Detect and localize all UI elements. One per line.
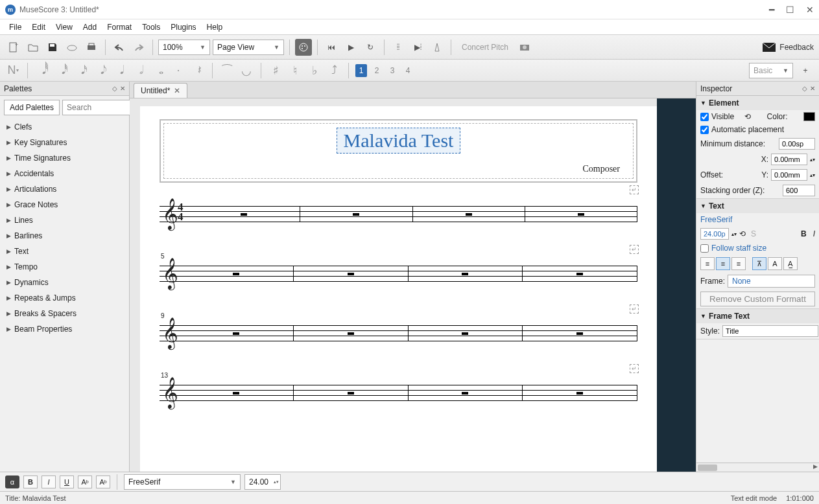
- camera-icon[interactable]: [516, 39, 533, 56]
- cloud-icon[interactable]: [64, 39, 80, 56]
- menu-add[interactable]: Add: [78, 21, 102, 34]
- menu-file[interactable]: File: [4, 21, 27, 34]
- flat-icon[interactable]: ♭: [307, 63, 322, 78]
- reset-icon[interactable]: ⟲: [744, 112, 751, 121]
- stacking-order-input[interactable]: [783, 185, 815, 196]
- palette-grace-notes[interactable]: ▶Grace Notes: [0, 197, 129, 212]
- note-16th-icon[interactable]: 𝅘𝅥𝅯: [73, 63, 89, 78]
- close-button[interactable]: ✕: [806, 5, 814, 15]
- note-quarter-icon[interactable]: 𝅘𝅥: [112, 63, 128, 78]
- palette-barlines[interactable]: ▶Barlines: [0, 228, 129, 244]
- inspector-close-icon[interactable]: ✕: [810, 85, 815, 92]
- workspace-add-icon[interactable]: +: [797, 62, 814, 79]
- play-icon[interactable]: ▶: [342, 39, 359, 56]
- min-distance-input[interactable]: [779, 138, 815, 150]
- score-composer[interactable]: Composer: [177, 164, 620, 174]
- voice-1[interactable]: 1: [355, 64, 367, 77]
- menu-help[interactable]: Help: [202, 21, 228, 34]
- bold-button-bottom[interactable]: B: [23, 475, 38, 488]
- note-64th-icon[interactable]: 𝅘𝅥𝅱: [34, 63, 50, 78]
- new-file-icon[interactable]: +: [5, 39, 22, 56]
- note-half-icon[interactable]: 𝅗𝅥: [132, 63, 147, 78]
- note-8th-icon[interactable]: 𝅘𝅥𝅮: [93, 63, 108, 78]
- palette-icon[interactable]: [295, 39, 312, 56]
- score-page[interactable]: Malavida Test Composer ↵ 𝄞 44 5 ↵: [140, 106, 657, 472]
- sharp-icon[interactable]: ♯: [268, 63, 283, 78]
- palettes-close-icon[interactable]: ✕: [120, 85, 125, 92]
- bold-button[interactable]: B: [801, 229, 807, 238]
- palettes-float-icon[interactable]: ◇: [112, 85, 117, 92]
- loop-icon[interactable]: ↻: [362, 39, 379, 56]
- concert-pitch-button[interactable]: Concert Pitch: [457, 43, 514, 52]
- palette-breaks[interactable]: ▶Breaks & Spacers: [0, 306, 129, 321]
- special-char-button[interactable]: α: [5, 475, 19, 488]
- autoplace-checkbox[interactable]: [700, 126, 709, 134]
- reset-size-icon[interactable]: ⟲: [739, 229, 746, 238]
- metronome-icon[interactable]: [429, 39, 445, 56]
- tab-untitled[interactable]: Untitled* ✕: [134, 83, 187, 98]
- note-input-mode[interactable]: N▾: [5, 63, 21, 78]
- workspace-combo[interactable]: Basic▼: [749, 63, 793, 78]
- remove-formatting-button[interactable]: Remove Custom Formatt: [700, 292, 815, 306]
- note-dot-icon[interactable]: ·: [171, 63, 186, 78]
- valign-top-icon[interactable]: ⊼: [752, 257, 766, 270]
- inspector-frametext-header[interactable]: ▼Frame Text: [696, 309, 819, 323]
- visible-checkbox[interactable]: [700, 113, 709, 121]
- staff-system[interactable]: ↵ 𝄞 44: [160, 202, 637, 223]
- valign-bottom-icon[interactable]: A̲: [783, 257, 798, 270]
- inspector-scrollbar[interactable]: ▶: [696, 463, 819, 472]
- font-size-input[interactable]: [700, 228, 729, 240]
- staff-system[interactable]: 9 ↵ 𝄞: [160, 321, 637, 342]
- natural-icon[interactable]: ♮: [287, 63, 303, 78]
- menu-edit[interactable]: Edit: [27, 21, 51, 34]
- inspector-float-icon[interactable]: ◇: [802, 85, 807, 92]
- voice-4[interactable]: 4: [402, 64, 414, 77]
- rewind-icon[interactable]: ⏮: [323, 39, 340, 56]
- subscript-button[interactable]: Ab: [78, 475, 92, 488]
- color-swatch[interactable]: [803, 112, 815, 121]
- minimize-button[interactable]: ━: [769, 5, 774, 15]
- palette-clefs[interactable]: ▶Clefs: [0, 119, 129, 135]
- view-mode-combo[interactable]: Page View▼: [213, 40, 284, 55]
- font-family-combo[interactable]: FreeSerif▼: [124, 474, 241, 490]
- align-right-icon[interactable]: ≡: [731, 257, 746, 270]
- slur-icon[interactable]: ◡: [239, 63, 254, 78]
- redo-icon[interactable]: [130, 39, 147, 56]
- offset-x-input[interactable]: [771, 154, 807, 165]
- score-title[interactable]: Malavida Test: [337, 128, 461, 154]
- palette-tempo[interactable]: ▶Tempo: [0, 259, 129, 275]
- valign-mid-icon[interactable]: A: [768, 257, 782, 270]
- font-size-combo[interactable]: 24.00▴▾: [244, 474, 281, 490]
- menu-plugins[interactable]: Plugins: [165, 21, 201, 34]
- print-icon[interactable]: [83, 39, 100, 56]
- palette-articulations[interactable]: ▶Articulations: [0, 181, 129, 197]
- note-32nd-icon[interactable]: 𝅘𝅥𝅰: [54, 63, 69, 78]
- undo-icon[interactable]: [111, 39, 128, 56]
- follow-staff-checkbox[interactable]: [700, 244, 709, 253]
- palette-dynamics[interactable]: ▶Dynamics: [0, 275, 129, 290]
- italic-button[interactable]: I: [813, 229, 815, 238]
- staff-system[interactable]: 13 ↵ 𝄞: [160, 381, 637, 402]
- palette-accidentals[interactable]: ▶Accidentals: [0, 166, 129, 181]
- palette-lines[interactable]: ▶Lines: [0, 212, 129, 228]
- voice-3[interactable]: 3: [386, 64, 398, 77]
- menu-tools[interactable]: Tools: [137, 21, 165, 34]
- align-center-icon[interactable]: ≡: [716, 257, 730, 270]
- voice-2[interactable]: 2: [371, 64, 383, 77]
- tie-icon[interactable]: ⁀: [219, 63, 235, 78]
- repeat-end-icon[interactable]: ▶⦙: [409, 39, 426, 56]
- menu-format[interactable]: Format: [102, 21, 137, 34]
- maximize-button[interactable]: ☐: [786, 5, 794, 15]
- offset-y-input[interactable]: [771, 169, 807, 181]
- strikethrough-icon[interactable]: S: [751, 229, 756, 238]
- save-icon[interactable]: [44, 39, 61, 56]
- zoom-combo[interactable]: 100%▼: [158, 40, 210, 55]
- feedback-button[interactable]: Feedback: [763, 43, 814, 52]
- align-left-icon[interactable]: ≡: [700, 257, 715, 270]
- palette-key-signatures[interactable]: ▶Key Signatures: [0, 135, 129, 150]
- repeat-start-icon[interactable]: ⦙⦙: [390, 39, 407, 56]
- inspector-text-header[interactable]: ▼Text: [696, 199, 819, 213]
- style-input[interactable]: [722, 325, 818, 337]
- flip-icon[interactable]: ⤴: [326, 63, 342, 78]
- superscript-button[interactable]: Ab: [96, 475, 110, 488]
